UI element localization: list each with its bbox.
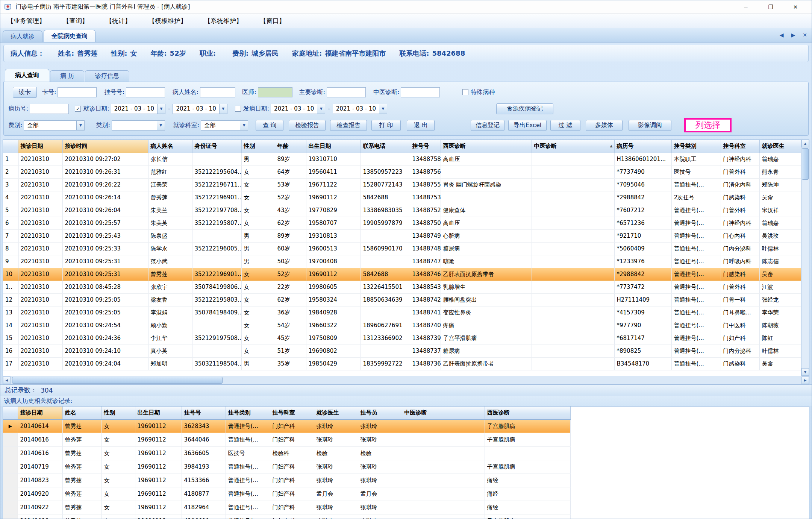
cell[interactable] — [3, 473, 18, 487]
cell[interactable]: 4153366 — [182, 473, 226, 487]
cell[interactable]: 曾秀莲 — [148, 268, 192, 281]
cell[interactable]: 20210310 — [18, 344, 62, 357]
cell[interactable]: 女 — [102, 501, 135, 514]
cell[interactable]: 13488755 — [410, 178, 441, 191]
cell[interactable] — [532, 281, 614, 293]
menu-item-query[interactable]: 【查询】 — [63, 17, 88, 25]
cell[interactable]: 门感染科 — [721, 357, 759, 370]
cell[interactable]: 13488747 — [410, 255, 441, 268]
cell[interactable]: 门妇产科 — [270, 514, 314, 519]
chevron-down-icon[interactable]: ▼ — [379, 104, 387, 114]
cell[interactable]: 检验科 — [270, 446, 314, 460]
cell[interactable]: *2988842 — [614, 191, 671, 204]
table-row[interactable]: 20140922曾秀莲女196901124182964普通挂号(...门妇产科张… — [3, 501, 570, 514]
cell[interactable]: 张琪玲 — [358, 501, 402, 514]
cell[interactable]: 13226415501 — [361, 281, 410, 293]
column-header[interactable]: 就诊医生 — [314, 407, 358, 419]
cell[interactable]: 朱美英 — [148, 217, 192, 229]
cell[interactable]: *1233976 — [614, 255, 671, 268]
column-header[interactable]: 接诊时间 — [62, 140, 148, 153]
cell[interactable] — [441, 191, 532, 204]
cell[interactable]: 陈虹 — [759, 332, 801, 344]
subtab-medical-record[interactable]: 病 历 — [50, 70, 84, 82]
cell[interactable]: 19840928 — [306, 306, 361, 319]
chevron-down-icon[interactable]: ▼ — [240, 121, 248, 130]
cell[interactable]: 7 — [3, 229, 18, 242]
cell[interactable]: 13488739 — [410, 332, 441, 344]
column-header[interactable]: 中医诊断 — [402, 407, 485, 419]
cell[interactable]: 陈朝薇 — [759, 319, 801, 332]
cell[interactable]: 13488756 — [410, 165, 441, 178]
cell[interactable]: 普通挂号(... — [226, 419, 270, 433]
cell[interactable]: 19700408 — [306, 255, 361, 268]
cell[interactable] — [361, 229, 410, 242]
cell[interactable]: 乙肝表面抗原携带者 — [441, 357, 532, 370]
cell[interactable] — [361, 153, 410, 165]
cell[interactable]: 郑加明 — [148, 357, 192, 370]
cell[interactable]: 22岁 — [275, 281, 306, 293]
cell[interactable]: 20210310 09:24:54 — [62, 319, 148, 332]
cell[interactable]: 36岁 — [275, 306, 306, 319]
scroll-right-icon[interactable]: ▶ — [801, 376, 809, 384]
cell[interactable]: 352122195604... — [192, 165, 241, 178]
cell[interactable] — [402, 433, 485, 446]
cell[interactable]: 真小英 — [148, 344, 192, 357]
cell[interactable]: 翁瑞嘉 — [759, 217, 801, 229]
cell[interactable]: 子宫腺肌病 — [485, 419, 570, 433]
table-row[interactable]: 20140920曾秀莲女196901124180877普通挂号(...门妇产科孟… — [3, 487, 570, 501]
cell[interactable]: 门妇产科 — [270, 433, 314, 446]
column-header[interactable]: 接诊日期 — [18, 140, 62, 153]
visit-date-to-picker[interactable]: 2021 - 03 - 10▼ — [173, 104, 227, 114]
cell[interactable]: 19690112 — [135, 501, 182, 514]
cell[interactable]: 20140614 — [18, 419, 62, 433]
scroll-up-icon[interactable]: ▲ — [801, 140, 809, 147]
minimize-button[interactable]: ─ — [733, 0, 758, 14]
cell[interactable]: 范小武 — [148, 255, 192, 268]
cell[interactable]: 曾秀莲 — [62, 419, 102, 433]
cell[interactable] — [192, 255, 241, 268]
cell[interactable]: 1.. — [3, 281, 18, 293]
cell[interactable] — [3, 501, 18, 514]
cell[interactable]: 心脏病 — [441, 229, 532, 242]
cell[interactable]: 54岁 — [275, 319, 306, 332]
cell[interactable]: 陈泉盛 — [148, 229, 192, 242]
column-header[interactable]: 身份证号 — [192, 140, 241, 153]
tab-scroll-right-icon[interactable]: ▶ — [791, 32, 795, 38]
cell[interactable]: 13488749 — [410, 229, 441, 242]
tcm-diagnosis-input[interactable] — [401, 87, 440, 97]
cell[interactable]: 孟月会 — [358, 487, 402, 501]
cell[interactable]: 江美荣 — [148, 178, 192, 191]
cell[interactable] — [532, 153, 614, 165]
cell[interactable]: 门普外科 — [721, 281, 759, 293]
cell[interactable]: 350784198409... — [192, 306, 241, 319]
column-header[interactable]: 挂号号 — [182, 407, 226, 419]
cell[interactable]: 89岁 — [275, 153, 306, 165]
cell[interactable]: 高血压 — [441, 217, 532, 229]
cell[interactable]: 18960627691 — [361, 319, 410, 332]
scroll-down-icon[interactable]: ▼ — [801, 368, 809, 376]
cell[interactable]: 3984193 — [182, 460, 226, 473]
cell[interactable] — [532, 204, 614, 217]
cell[interactable] — [532, 242, 614, 255]
chevron-down-icon[interactable]: ▼ — [157, 104, 165, 114]
column-header[interactable]: 挂号员 — [358, 407, 402, 419]
cell[interactable]: 20210310 — [18, 153, 62, 165]
table-row[interactable]: 20140616曾秀莲女196901123644046普通挂号(...门妇产科张… — [3, 433, 570, 446]
cell[interactable]: 20210310 — [18, 332, 62, 344]
scroll-left-icon[interactable]: ◀ — [3, 376, 11, 384]
cell[interactable]: 20210310 09:25:05 — [62, 306, 148, 319]
table-row[interactable]: 52021031020210310 09:26:04朱美兰35212219770… — [3, 204, 801, 217]
cell[interactable]: 20140920 — [18, 487, 62, 501]
cell[interactable]: 20210310 08:45:28 — [62, 281, 148, 293]
cell[interactable]: 咳嗽 — [441, 255, 532, 268]
card-no-input[interactable] — [58, 87, 97, 97]
cell[interactable] — [532, 306, 614, 319]
cell[interactable]: 19560411 — [306, 165, 361, 178]
table-row[interactable]: 132021031020210310 09:25:05李淑娟3507841984… — [3, 306, 801, 319]
horizontal-scrollbar[interactable]: ◀ ▶ — [3, 376, 809, 384]
table-row[interactable]: 142021031020210310 09:24:54顾小勤女54岁196603… — [3, 319, 801, 332]
cell[interactable]: 20210310 09:25:05 — [62, 293, 148, 306]
exam-report-button[interactable]: 检查报告 — [330, 120, 367, 131]
tab-scroll-left-icon[interactable]: ◀ — [780, 32, 784, 38]
cell[interactable]: 52岁 — [275, 191, 306, 204]
